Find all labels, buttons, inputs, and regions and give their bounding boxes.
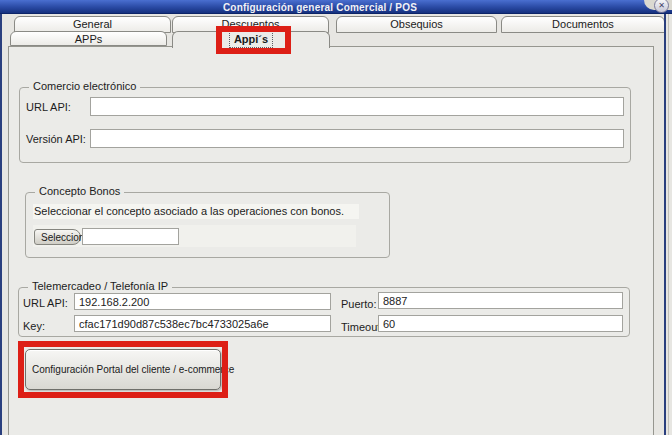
tab-documentos[interactable]: Documentos <box>501 16 665 33</box>
tab-general-label: General <box>73 17 112 32</box>
url-api-input[interactable] <box>90 97 624 116</box>
window-left-border <box>0 13 2 435</box>
concepto-input[interactable] <box>82 228 179 245</box>
url-api-label: URL API: <box>26 101 71 113</box>
tab-apps-label: APPs <box>75 32 103 46</box>
tele-url-api-label: URL API: <box>23 297 68 309</box>
timeout-input[interactable] <box>378 315 623 332</box>
version-api-label: Versión API: <box>26 133 86 145</box>
puerto-input[interactable] <box>378 292 623 309</box>
window-right-inner-line <box>668 13 669 435</box>
group-comercio-electronico-title: Comercio electrónico <box>29 80 140 92</box>
tab-documentos-label: Documentos <box>552 17 614 32</box>
key-label: Key: <box>23 320 45 332</box>
bonos-description-strip: Seleccionar el concepto asociado a las o… <box>33 204 359 219</box>
tele-url-api-input[interactable] <box>74 293 331 310</box>
version-api-input[interactable] <box>90 129 624 148</box>
group-concepto-bonos-title: Concepto Bonos <box>35 185 124 197</box>
window-title: Configuración general Comercial / POS <box>0 0 640 15</box>
highlight-box-appis-tab <box>216 26 291 54</box>
window-right-border <box>664 13 666 435</box>
seleccionar-button[interactable]: Seleccionar <box>34 229 81 245</box>
group-telemercadeo: Telemercadeo / Telefonía IP URL API: Pue… <box>18 287 630 337</box>
tab-obsequios-label: Obsequios <box>390 17 443 32</box>
group-telemercadeo-title: Telemercadeo / Telefonía IP <box>28 280 172 292</box>
key-input[interactable] <box>74 315 331 332</box>
tab-obsequios[interactable]: Obsequios <box>336 16 497 33</box>
bonos-description: Seleccionar el concepto asociado a las o… <box>34 205 344 217</box>
dialog-window: Configuración general Comercial / POS ✕ … <box>0 0 672 435</box>
tab-apps[interactable]: APPs <box>10 31 167 46</box>
group-comercio-electronico: Comercio electrónico URL API: Versión AP… <box>19 87 631 163</box>
titlebar: Configuración general Comercial / POS <box>0 0 672 14</box>
puerto-label: Puerto: <box>341 298 376 310</box>
group-concepto-bonos: Concepto Bonos Seleccionar el concepto a… <box>25 192 390 258</box>
highlight-box-portal-button <box>18 341 228 398</box>
